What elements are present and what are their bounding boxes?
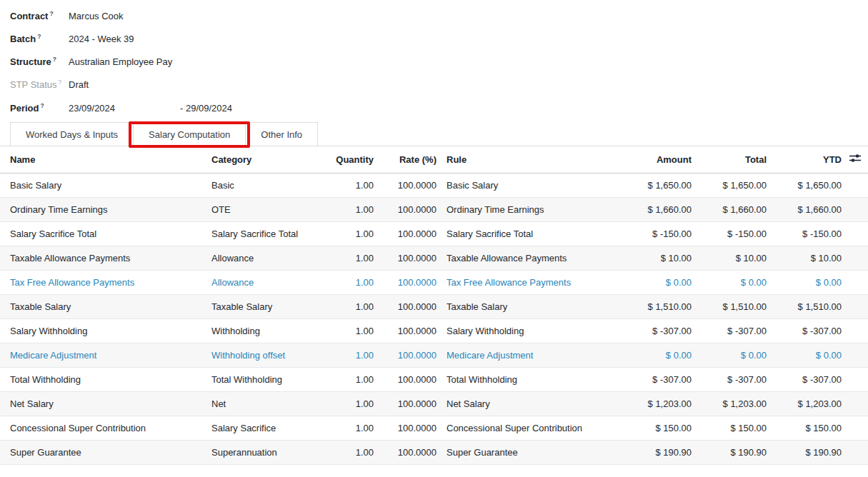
- cell-rate[interactable]: 100.0000: [374, 173, 437, 197]
- cell-rule[interactable]: Salary Sacrifice Total: [437, 221, 593, 246]
- cell-rule[interactable]: Ordinary Time Earnings: [437, 197, 593, 221]
- cell-rule[interactable]: Medicare Adjustment: [437, 343, 593, 367]
- cell-rate[interactable]: 100.0000: [374, 246, 437, 270]
- adjust-columns-icon[interactable]: [849, 153, 862, 164]
- column-header-name[interactable]: Name: [0, 146, 201, 173]
- cell-amount[interactable]: $ 1,650.00: [593, 173, 692, 197]
- column-header-category[interactable]: Category: [201, 146, 304, 173]
- cell-ytd[interactable]: $ 1,510.00: [767, 294, 842, 318]
- cell-rate[interactable]: 100.0000: [374, 440, 437, 464]
- cell-amount[interactable]: $ 0.00: [593, 270, 692, 294]
- cell-rate[interactable]: 100.0000: [374, 270, 437, 294]
- cell-total[interactable]: $ -307.00: [692, 318, 767, 343]
- cell-quantity[interactable]: 1.00: [304, 221, 374, 246]
- cell-category[interactable]: Taxable Salary: [201, 294, 304, 318]
- cell-category[interactable]: Allowance: [201, 270, 304, 294]
- cell-total[interactable]: $ 1,510.00: [692, 294, 767, 318]
- cell-amount[interactable]: $ 1,203.00: [593, 391, 692, 416]
- cell-quantity[interactable]: 1.00: [304, 197, 374, 221]
- salary-line-row[interactable]: Ordinary Time Earnings OTE 1.00 100.0000…: [0, 197, 868, 221]
- cell-amount[interactable]: $ 1,660.00: [593, 197, 692, 221]
- cell-amount[interactable]: $ -307.00: [593, 367, 692, 391]
- cell-total[interactable]: $ 0.00: [692, 343, 767, 367]
- cell-rule[interactable]: Concessional Super Contribution: [437, 416, 593, 440]
- cell-rate[interactable]: 100.0000: [374, 294, 437, 318]
- salary-line-row[interactable]: Net Salary Net 1.00 100.0000 Net Salary …: [0, 391, 868, 416]
- cell-name[interactable]: Salary Withholding: [0, 318, 201, 343]
- cell-total[interactable]: $ 0.00: [692, 270, 767, 294]
- cell-quantity[interactable]: 1.00: [304, 343, 374, 367]
- cell-category[interactable]: Salary Sacrifice Total: [201, 221, 304, 246]
- cell-quantity[interactable]: 1.00: [304, 173, 374, 197]
- column-header-rate[interactable]: Rate (%): [374, 146, 437, 173]
- cell-ytd[interactable]: $ 1,650.00: [767, 173, 842, 197]
- cell-name[interactable]: Salary Sacrifice Total: [0, 221, 201, 246]
- cell-quantity[interactable]: 1.00: [304, 294, 374, 318]
- cell-rule[interactable]: Taxable Allowance Payments: [437, 246, 593, 270]
- cell-name[interactable]: Taxable Allowance Payments: [0, 246, 201, 270]
- cell-total[interactable]: $ 1,650.00: [692, 173, 767, 197]
- cell-name[interactable]: Super Guarantee: [0, 440, 201, 464]
- salary-line-row[interactable]: Tax Free Allowance Payments Allowance 1.…: [0, 270, 868, 294]
- cell-name[interactable]: Net Salary: [0, 391, 201, 416]
- salary-line-row[interactable]: Salary Sacrifice Total Salary Sacrifice …: [0, 221, 868, 246]
- cell-quantity[interactable]: 1.00: [304, 270, 374, 294]
- salary-line-row[interactable]: Salary Withholding Withholding 1.00 100.…: [0, 318, 868, 343]
- cell-ytd[interactable]: $ -307.00: [767, 318, 842, 343]
- cell-total[interactable]: $ 1,203.00: [692, 391, 767, 416]
- tab-worked-days-inputs[interactable]: Worked Days & Inputs: [10, 122, 134, 146]
- cell-ytd[interactable]: $ -307.00: [767, 367, 842, 391]
- cell-ytd[interactable]: $ 10.00: [767, 246, 842, 270]
- cell-rule[interactable]: Basic Salary: [437, 173, 593, 197]
- cell-name[interactable]: Tax Free Allowance Payments: [0, 270, 201, 294]
- cell-rate[interactable]: 100.0000: [374, 367, 437, 391]
- cell-category[interactable]: Net: [201, 391, 304, 416]
- cell-rate[interactable]: 100.0000: [374, 197, 437, 221]
- cell-rate[interactable]: 100.0000: [374, 221, 437, 246]
- cell-rate[interactable]: 100.0000: [374, 318, 437, 343]
- salary-line-row[interactable]: Concessional Super Contribution Salary S…: [0, 416, 868, 440]
- cell-amount[interactable]: $ -150.00: [593, 221, 692, 246]
- cell-total[interactable]: $ -307.00: [692, 367, 767, 391]
- tab-other-info[interactable]: Other Info: [245, 122, 318, 146]
- cell-ytd[interactable]: $ 0.00: [767, 270, 842, 294]
- cell-quantity[interactable]: 1.00: [304, 440, 374, 464]
- cell-category[interactable]: Withholding: [201, 318, 304, 343]
- cell-total[interactable]: $ 190.90: [692, 440, 767, 464]
- cell-quantity[interactable]: 1.00: [304, 367, 374, 391]
- cell-rate[interactable]: 100.0000: [374, 416, 437, 440]
- cell-amount[interactable]: $ 190.90: [593, 440, 692, 464]
- cell-rule[interactable]: Tax Free Allowance Payments: [437, 270, 593, 294]
- cell-name[interactable]: Ordinary Time Earnings: [0, 197, 201, 221]
- cell-ytd[interactable]: $ -150.00: [767, 221, 842, 246]
- salary-line-row[interactable]: Basic Salary Basic 1.00 100.0000 Basic S…: [0, 173, 868, 197]
- cell-amount[interactable]: $ 10.00: [593, 246, 692, 270]
- column-header-amount[interactable]: Amount: [593, 146, 692, 173]
- cell-total[interactable]: $ 1,660.00: [692, 197, 767, 221]
- cell-amount[interactable]: $ 0.00: [593, 343, 692, 367]
- cell-rate[interactable]: 100.0000: [374, 343, 437, 367]
- cell-rule[interactable]: Salary Withholding: [437, 318, 593, 343]
- cell-name[interactable]: Basic Salary: [0, 173, 201, 197]
- contract-value[interactable]: Marcus Cook: [69, 11, 124, 21]
- column-header-total[interactable]: Total: [692, 146, 767, 173]
- cell-quantity[interactable]: 1.00: [304, 416, 374, 440]
- structure-value[interactable]: Australian Employee Pay: [69, 56, 172, 67]
- cell-ytd[interactable]: $ 1,660.00: [767, 197, 842, 221]
- salary-line-row[interactable]: Total Withholding Total Withholding 1.00…: [0, 367, 868, 391]
- cell-ytd[interactable]: $ 190.90: [767, 440, 842, 464]
- salary-line-row[interactable]: Taxable Allowance Payments Allowance 1.0…: [0, 246, 868, 270]
- column-header-rule[interactable]: Rule: [437, 146, 593, 173]
- batch-value[interactable]: 2024 - Week 39: [69, 34, 134, 44]
- cell-quantity[interactable]: 1.00: [304, 391, 374, 416]
- cell-ytd[interactable]: $ 150.00: [767, 416, 842, 440]
- cell-ytd[interactable]: $ 1,203.00: [767, 391, 842, 416]
- column-header-quantity[interactable]: Quantity: [304, 146, 374, 173]
- cell-rule[interactable]: Taxable Salary: [437, 294, 593, 318]
- cell-total[interactable]: $ 10.00: [692, 246, 767, 270]
- cell-rule[interactable]: Total Withholding: [437, 367, 593, 391]
- salary-line-row[interactable]: Super Guarantee Superannuation 1.00 100.…: [0, 440, 868, 464]
- cell-category[interactable]: Basic: [201, 173, 304, 197]
- period-end-date[interactable]: - 29/09/2024: [180, 103, 232, 114]
- cell-category[interactable]: Withholding offset: [201, 343, 304, 367]
